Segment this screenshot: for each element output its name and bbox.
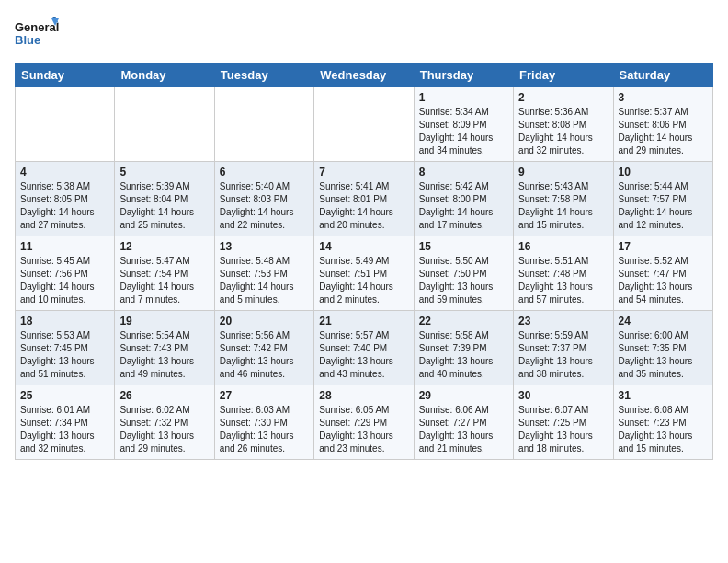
day-info: Sunrise: 5:57 AM Sunset: 7:40 PM Dayligh… bbox=[319, 329, 408, 381]
empty-cell bbox=[16, 87, 115, 162]
day-cell-5: 5Sunrise: 5:39 AM Sunset: 8:04 PM Daylig… bbox=[115, 162, 214, 236]
day-number: 17 bbox=[619, 240, 708, 253]
weekday-header-monday: Monday bbox=[115, 63, 214, 87]
day-info: Sunrise: 5:41 AM Sunset: 8:01 PM Dayligh… bbox=[319, 180, 408, 232]
day-info: Sunrise: 5:58 AM Sunset: 7:39 PM Dayligh… bbox=[419, 329, 508, 381]
day-cell-23: 23Sunrise: 5:59 AM Sunset: 7:37 PM Dayli… bbox=[514, 311, 613, 385]
day-info: Sunrise: 5:49 AM Sunset: 7:51 PM Dayligh… bbox=[319, 255, 408, 306]
day-cell-2: 2Sunrise: 5:36 AM Sunset: 8:08 PM Daylig… bbox=[514, 87, 613, 162]
weekday-header-thursday: Thursday bbox=[414, 63, 513, 87]
logo-graphic: General Blue bbox=[15, 15, 61, 55]
day-info: Sunrise: 5:50 AM Sunset: 7:50 PM Dayligh… bbox=[419, 255, 508, 306]
day-number: 13 bbox=[220, 240, 309, 253]
weekday-header-row: SundayMondayTuesdayWednesdayThursdayFrid… bbox=[16, 63, 713, 87]
day-number: 29 bbox=[419, 389, 508, 402]
day-info: Sunrise: 5:45 AM Sunset: 7:56 PM Dayligh… bbox=[20, 255, 109, 306]
day-info: Sunrise: 6:01 AM Sunset: 7:34 PM Dayligh… bbox=[20, 404, 109, 455]
day-info: Sunrise: 5:43 AM Sunset: 7:58 PM Dayligh… bbox=[518, 180, 608, 232]
day-info: Sunrise: 5:54 AM Sunset: 7:43 PM Dayligh… bbox=[119, 329, 209, 381]
day-info: Sunrise: 5:36 AM Sunset: 8:08 PM Dayligh… bbox=[518, 106, 608, 157]
day-info: Sunrise: 6:08 AM Sunset: 7:23 PM Dayligh… bbox=[619, 404, 708, 455]
day-info: Sunrise: 5:47 AM Sunset: 7:54 PM Dayligh… bbox=[119, 255, 209, 306]
day-number: 14 bbox=[319, 240, 408, 253]
calendar-table: SundayMondayTuesdayWednesdayThursdayFrid… bbox=[15, 63, 713, 460]
day-info: Sunrise: 6:06 AM Sunset: 7:27 PM Dayligh… bbox=[419, 404, 508, 455]
day-number: 26 bbox=[119, 389, 209, 402]
day-info: Sunrise: 5:56 AM Sunset: 7:42 PM Dayligh… bbox=[220, 329, 309, 381]
day-info: Sunrise: 5:39 AM Sunset: 8:04 PM Dayligh… bbox=[119, 180, 209, 232]
week-row-1: 1Sunrise: 5:34 AM Sunset: 8:09 PM Daylig… bbox=[16, 87, 713, 162]
day-cell-9: 9Sunrise: 5:43 AM Sunset: 7:58 PM Daylig… bbox=[514, 162, 613, 236]
day-cell-7: 7Sunrise: 5:41 AM Sunset: 8:01 PM Daylig… bbox=[314, 162, 414, 236]
weekday-header-wednesday: Wednesday bbox=[314, 63, 414, 87]
day-info: Sunrise: 6:02 AM Sunset: 7:32 PM Dayligh… bbox=[119, 404, 209, 455]
day-info: Sunrise: 5:42 AM Sunset: 8:00 PM Dayligh… bbox=[419, 180, 508, 232]
day-number: 19 bbox=[119, 315, 209, 327]
svg-text:Blue: Blue bbox=[15, 33, 40, 47]
day-cell-18: 18Sunrise: 5:53 AM Sunset: 7:45 PM Dayli… bbox=[16, 311, 115, 385]
day-cell-20: 20Sunrise: 5:56 AM Sunset: 7:42 PM Dayli… bbox=[214, 311, 313, 385]
day-number: 21 bbox=[319, 315, 408, 327]
day-info: Sunrise: 5:38 AM Sunset: 8:05 PM Dayligh… bbox=[20, 180, 109, 232]
day-info: Sunrise: 5:37 AM Sunset: 8:06 PM Dayligh… bbox=[619, 106, 708, 157]
empty-cell bbox=[214, 87, 313, 162]
day-cell-16: 16Sunrise: 5:51 AM Sunset: 7:48 PM Dayli… bbox=[514, 236, 613, 311]
day-number: 25 bbox=[20, 389, 109, 402]
day-info: Sunrise: 6:05 AM Sunset: 7:29 PM Dayligh… bbox=[319, 404, 408, 455]
day-cell-29: 29Sunrise: 6:06 AM Sunset: 7:27 PM Dayli… bbox=[414, 385, 513, 460]
day-info: Sunrise: 5:34 AM Sunset: 8:09 PM Dayligh… bbox=[419, 106, 508, 157]
day-number: 15 bbox=[419, 240, 508, 253]
day-number: 9 bbox=[518, 166, 608, 178]
week-row-2: 4Sunrise: 5:38 AM Sunset: 8:05 PM Daylig… bbox=[16, 162, 713, 236]
week-row-4: 18Sunrise: 5:53 AM Sunset: 7:45 PM Dayli… bbox=[16, 311, 713, 385]
day-number: 8 bbox=[419, 166, 508, 178]
day-info: Sunrise: 6:03 AM Sunset: 7:30 PM Dayligh… bbox=[220, 404, 309, 455]
logo: General Blue bbox=[15, 15, 61, 55]
day-number: 3 bbox=[619, 91, 708, 104]
day-number: 18 bbox=[20, 315, 109, 327]
day-number: 5 bbox=[119, 166, 209, 178]
day-info: Sunrise: 6:07 AM Sunset: 7:25 PM Dayligh… bbox=[518, 404, 608, 455]
day-info: Sunrise: 5:52 AM Sunset: 7:47 PM Dayligh… bbox=[619, 255, 708, 306]
day-cell-31: 31Sunrise: 6:08 AM Sunset: 7:23 PM Dayli… bbox=[613, 385, 712, 460]
day-number: 1 bbox=[419, 91, 508, 104]
day-cell-11: 11Sunrise: 5:45 AM Sunset: 7:56 PM Dayli… bbox=[16, 236, 115, 311]
day-cell-21: 21Sunrise: 5:57 AM Sunset: 7:40 PM Dayli… bbox=[314, 311, 414, 385]
weekday-header-saturday: Saturday bbox=[613, 63, 712, 87]
day-cell-1: 1Sunrise: 5:34 AM Sunset: 8:09 PM Daylig… bbox=[414, 87, 513, 162]
day-info: Sunrise: 5:53 AM Sunset: 7:45 PM Dayligh… bbox=[20, 329, 109, 381]
day-info: Sunrise: 5:40 AM Sunset: 8:03 PM Dayligh… bbox=[220, 180, 309, 232]
day-cell-6: 6Sunrise: 5:40 AM Sunset: 8:03 PM Daylig… bbox=[214, 162, 313, 236]
day-number: 7 bbox=[319, 166, 408, 178]
day-number: 23 bbox=[518, 315, 608, 327]
day-number: 11 bbox=[20, 240, 109, 253]
page-header: General Blue bbox=[15, 15, 713, 55]
day-cell-12: 12Sunrise: 5:47 AM Sunset: 7:54 PM Dayli… bbox=[115, 236, 214, 311]
day-number: 31 bbox=[619, 389, 708, 402]
day-number: 27 bbox=[220, 389, 309, 402]
day-cell-25: 25Sunrise: 6:01 AM Sunset: 7:34 PM Dayli… bbox=[16, 385, 115, 460]
day-number: 16 bbox=[518, 240, 608, 253]
day-cell-30: 30Sunrise: 6:07 AM Sunset: 7:25 PM Dayli… bbox=[514, 385, 613, 460]
day-number: 6 bbox=[220, 166, 309, 178]
empty-cell bbox=[314, 87, 414, 162]
day-cell-27: 27Sunrise: 6:03 AM Sunset: 7:30 PM Dayli… bbox=[214, 385, 313, 460]
day-info: Sunrise: 6:00 AM Sunset: 7:35 PM Dayligh… bbox=[619, 329, 708, 381]
day-cell-4: 4Sunrise: 5:38 AM Sunset: 8:05 PM Daylig… bbox=[16, 162, 115, 236]
day-info: Sunrise: 5:51 AM Sunset: 7:48 PM Dayligh… bbox=[518, 255, 608, 306]
day-cell-3: 3Sunrise: 5:37 AM Sunset: 8:06 PM Daylig… bbox=[613, 87, 712, 162]
day-cell-10: 10Sunrise: 5:44 AM Sunset: 7:57 PM Dayli… bbox=[613, 162, 712, 236]
day-cell-24: 24Sunrise: 6:00 AM Sunset: 7:35 PM Dayli… bbox=[613, 311, 712, 385]
week-row-3: 11Sunrise: 5:45 AM Sunset: 7:56 PM Dayli… bbox=[16, 236, 713, 311]
weekday-header-tuesday: Tuesday bbox=[214, 63, 313, 87]
day-cell-8: 8Sunrise: 5:42 AM Sunset: 8:00 PM Daylig… bbox=[414, 162, 513, 236]
day-info: Sunrise: 5:44 AM Sunset: 7:57 PM Dayligh… bbox=[619, 180, 708, 232]
day-number: 24 bbox=[619, 315, 708, 327]
day-number: 30 bbox=[518, 389, 608, 402]
day-info: Sunrise: 5:48 AM Sunset: 7:53 PM Dayligh… bbox=[220, 255, 309, 306]
svg-text:General: General bbox=[15, 20, 59, 34]
day-number: 4 bbox=[20, 166, 109, 178]
day-cell-15: 15Sunrise: 5:50 AM Sunset: 7:50 PM Dayli… bbox=[414, 236, 513, 311]
day-cell-19: 19Sunrise: 5:54 AM Sunset: 7:43 PM Dayli… bbox=[115, 311, 214, 385]
day-cell-14: 14Sunrise: 5:49 AM Sunset: 7:51 PM Dayli… bbox=[314, 236, 414, 311]
